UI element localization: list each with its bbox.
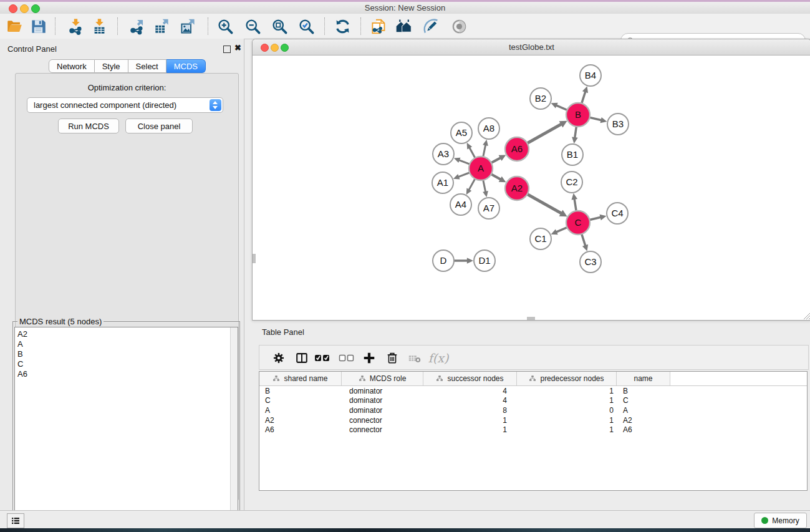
zoom-fit-icon[interactable] — [270, 17, 289, 36]
close-panel-icon[interactable]: ✖ — [234, 44, 241, 52]
zoom-out-icon[interactable] — [243, 17, 262, 36]
close-window-button[interactable] — [9, 4, 17, 13]
network-view-window: testGlobe.txt ABCA2A6A1A3A4A5A7A8B1B2B3B… — [252, 39, 810, 321]
control-tab-style[interactable]: Style — [95, 59, 128, 73]
graph-node-A[interactable]: A — [469, 157, 493, 180]
deselect-all-icon[interactable] — [339, 350, 355, 366]
column-header-name[interactable]: name — [617, 372, 670, 385]
table-row[interactable]: Bdominator41B — [259, 386, 807, 396]
delete-column-icon[interactable] — [384, 350, 400, 366]
graph-node-C4[interactable]: C4 — [607, 203, 628, 224]
mcds-result-list[interactable]: A2ABCA6 — [14, 327, 238, 532]
table-row[interactable]: A6connector11A6 — [259, 425, 807, 435]
home-icon[interactable] — [394, 17, 413, 36]
node-table[interactable]: shared nameMCDS rolesuccessor nodesprede… — [259, 371, 808, 491]
graph-node-C[interactable]: C — [566, 211, 590, 235]
hide-annotations-icon[interactable] — [422, 17, 440, 36]
run-mcds-button[interactable]: Run MCDS — [58, 118, 119, 133]
export-image-icon[interactable] — [178, 17, 197, 36]
table-cell: connector — [342, 425, 423, 434]
column-header-shared-name[interactable]: shared name — [259, 372, 342, 385]
column-header-predecessor-nodes[interactable]: predecessor nodes — [517, 372, 617, 385]
task-history-button[interactable] — [7, 513, 24, 528]
status-bar: Memory — [0, 510, 810, 529]
graph-node-A6[interactable]: A6 — [505, 137, 529, 161]
table-row[interactable]: Cdominator41C — [259, 396, 807, 406]
add-column-icon[interactable] — [361, 350, 377, 366]
criterion-select[interactable]: largest connected component (directed) — [27, 97, 223, 113]
graph-node-A8[interactable]: A8 — [478, 118, 499, 139]
table-cell: C — [259, 396, 342, 405]
control-tab-network[interactable]: Network — [49, 59, 95, 73]
memory-status-icon — [761, 517, 768, 524]
graph-node-A7[interactable]: A7 — [478, 198, 499, 219]
graph-node-A5[interactable]: A5 — [451, 122, 472, 143]
zoom-selected-icon[interactable] — [297, 17, 316, 36]
select-all-icon[interactable] — [314, 350, 330, 366]
graph-node-C2[interactable]: C2 — [561, 172, 582, 193]
float-panel-icon[interactable] — [223, 46, 231, 53]
desktop-background-strip — [0, 528, 810, 532]
app-titlebar: Session: New Session — [0, 2, 810, 14]
column-header-label: shared name — [284, 374, 327, 383]
graph-node-D1[interactable]: D1 — [474, 250, 495, 271]
import-table-icon[interactable] — [90, 17, 108, 36]
import-network-icon[interactable] — [66, 17, 85, 36]
export-table-icon[interactable] — [152, 17, 171, 36]
mcds-result-item[interactable]: A2 — [15, 329, 230, 339]
mcds-result-item[interactable]: C — [15, 359, 230, 369]
graph-node-A3[interactable]: A3 — [433, 143, 454, 165]
delete-table-icon — [407, 350, 423, 366]
graph-node-B1[interactable]: B1 — [562, 144, 583, 165]
result-list-scrollbar[interactable] — [230, 327, 238, 531]
column-header-MCDS-role[interactable]: MCDS role — [342, 372, 423, 385]
minimize-network-window-button[interactable] — [271, 44, 279, 52]
close-panel-button[interactable]: Close panel — [125, 118, 193, 133]
graph-node-C1[interactable]: C1 — [530, 228, 551, 249]
graph-node-A1[interactable]: A1 — [432, 172, 453, 193]
horizontal-scrollbar-handle[interactable] — [527, 317, 535, 320]
graph-node-D[interactable]: D — [433, 250, 454, 271]
zoom-in-icon[interactable] — [216, 17, 234, 36]
graph-node-A2[interactable]: A2 — [505, 177, 529, 200]
mcds-result-item[interactable]: B — [15, 349, 230, 359]
control-tab-select[interactable]: Select — [128, 59, 166, 73]
graph-canvas[interactable]: ABCA2A6A1A3A4A5A7A8B1B2B3B4C1C2C3C4DD1 — [253, 56, 809, 319]
graph-node-A4[interactable]: A4 — [450, 194, 471, 215]
graph-node-B3[interactable]: B3 — [607, 114, 629, 135]
table-tree-icon — [436, 375, 443, 382]
resize-grip[interactable] — [802, 311, 810, 320]
mcds-result-item[interactable]: A6 — [15, 369, 230, 379]
open-file-icon[interactable] — [5, 17, 24, 36]
table-cell: 0 — [517, 406, 617, 415]
table-tree-icon — [529, 375, 536, 382]
refresh-icon[interactable] — [333, 17, 352, 36]
graph-node-B2[interactable]: B2 — [530, 88, 551, 109]
table-row[interactable]: Adominator80A — [259, 405, 807, 415]
save-session-icon[interactable] — [29, 17, 47, 36]
network-window-title: testGlobe.txt — [253, 39, 810, 55]
graph-node-B4[interactable]: B4 — [580, 65, 601, 86]
mcds-result-item[interactable]: A — [15, 339, 230, 349]
graph-node-C3[interactable]: C3 — [580, 251, 601, 273]
minimize-window-button[interactable] — [20, 4, 29, 13]
table-cell: 1 — [423, 425, 517, 434]
show-graphics-details-icon[interactable] — [450, 17, 468, 36]
memory-button[interactable]: Memory — [754, 513, 807, 528]
table-cell: dominator — [342, 396, 423, 405]
close-network-window-button[interactable] — [261, 44, 269, 52]
zoom-window-button[interactable] — [31, 4, 40, 13]
vertical-scrollbar-handle[interactable] — [253, 254, 256, 263]
table-row[interactable]: A2connector11A2 — [259, 415, 807, 425]
gear-icon[interactable] — [271, 350, 287, 366]
clone-network-icon[interactable] — [369, 17, 388, 36]
table-cell: 8 — [423, 406, 517, 415]
graph-node-B[interactable]: B — [566, 103, 590, 127]
control-tab-mcds[interactable]: MCDS — [166, 59, 206, 73]
svg-text:B2: B2 — [535, 93, 546, 104]
table-toolbar: f(x) — [259, 345, 809, 370]
columns-icon[interactable] — [294, 350, 310, 366]
column-header-successor-nodes[interactable]: successor nodes — [423, 372, 517, 385]
zoom-network-window-button[interactable] — [281, 44, 289, 52]
export-network-icon[interactable] — [127, 17, 146, 36]
